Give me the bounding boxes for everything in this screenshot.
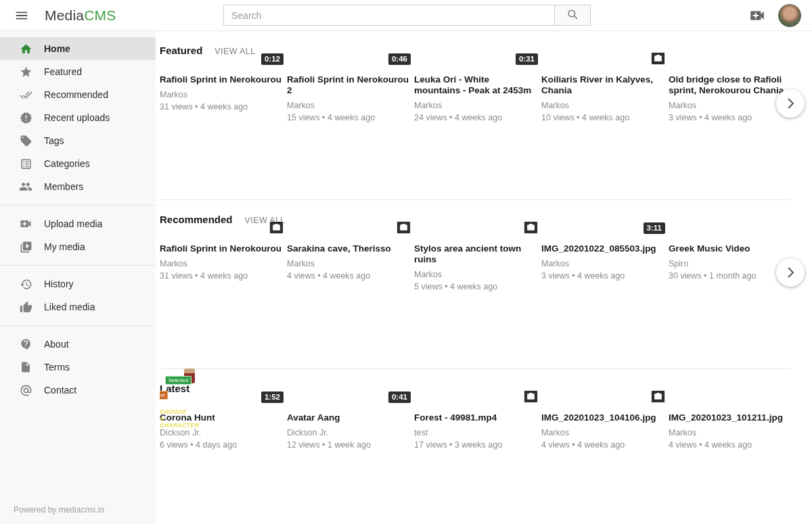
media-card[interactable]: Sarakina cave, TherissoMarkos4 views • 4… (287, 237, 409, 363)
sidebar-item-recommended[interactable]: Recommended (0, 83, 156, 106)
topbar: MediaCMS (0, 0, 812, 31)
media-author[interactable]: Markos (287, 100, 409, 111)
chevron-right-icon (782, 264, 798, 281)
sidebar-item-about[interactable]: About (0, 333, 156, 356)
media-title[interactable]: Rafioli Sprint in Nerokourou (160, 74, 282, 85)
media-views-date: 5 views • 4 weeks ago (414, 281, 537, 292)
media-card[interactable]: 0:19Rafioli Sprint in NerokourouMarkos31… (160, 237, 282, 363)
sidebar: HomeFeaturedRecommendedRecent uploadsTag… (0, 31, 156, 524)
media-card[interactable]: IMG_20201023_101211.jpgMarkos4 views • 4… (669, 406, 791, 524)
logo[interactable]: MediaCMS (45, 7, 116, 24)
media-card[interactable]: 0:31Koiliaris River in Kalyves, ChaniaMa… (541, 68, 664, 194)
media-views-date: 3 views • 4 weeks ago (669, 112, 791, 123)
video-call-icon (19, 217, 32, 231)
avatar[interactable] (778, 4, 801, 27)
media-author[interactable]: Markos (669, 427, 791, 438)
search-input[interactable] (223, 5, 555, 26)
sidebar-item-my-media[interactable]: My media (0, 235, 156, 258)
media-author[interactable]: Markos (541, 100, 664, 111)
media-author[interactable]: Dickson Jr. (287, 427, 409, 438)
media-views-date: 31 views • 4 weeks ago (160, 101, 282, 112)
view-all-link[interactable]: VIEW ALL (215, 47, 255, 56)
main-content: FeaturedVIEW ALL0:19Rafioli Sprint in Ne… (160, 31, 812, 524)
media-title[interactable]: Rafioli Sprint in Nerokourou (160, 243, 282, 254)
upload-media-icon[interactable] (747, 5, 767, 26)
section-latest: LatestCHOOSE A CHARACTERSelectedNextSele… (160, 383, 812, 524)
media-title[interactable]: Sarakina cave, Therisso (287, 243, 409, 254)
thumb-up-icon (19, 300, 32, 314)
document-icon (19, 360, 32, 374)
sidebar-item-liked-media[interactable]: Liked media (0, 295, 156, 318)
media-title[interactable]: Avatar Aang (287, 412, 409, 423)
sidebar-item-label: My media (44, 241, 85, 252)
media-card[interactable]: 0:41Forest - 49981.mp4test17 views • 3 w… (414, 406, 537, 524)
sidebar-item-label: Home (44, 43, 70, 54)
media-card[interactable]: Stylos area ancient town ruinsMarkos5 vi… (414, 237, 537, 363)
media-card[interactable]: 0:12Rafioli Sprint in Nerokourou 2Markos… (287, 68, 409, 194)
media-card[interactable]: IMG_20201022_085503.jpgMarkos3 views • 4… (541, 237, 664, 363)
section-divider (160, 368, 791, 369)
media-author[interactable]: Spiro (669, 258, 791, 269)
media-title[interactable]: Rafioli Sprint in Nerokourou 2 (287, 74, 409, 96)
media-title[interactable]: IMG_20201023_104106.jpg (541, 412, 664, 423)
media-author[interactable]: Markos (541, 258, 664, 269)
media-title[interactable]: Forest - 49981.mp4 (414, 412, 537, 423)
media-title[interactable]: Old bridge close to Rafioli sprint, Nero… (669, 74, 791, 96)
media-author[interactable]: Markos (160, 89, 282, 100)
sidebar-item-recent-uploads[interactable]: Recent uploads (0, 106, 156, 129)
media-author[interactable]: Markos (160, 258, 282, 269)
menu-icon[interactable] (12, 6, 31, 25)
media-title[interactable]: Greek Music Video (669, 243, 791, 254)
sidebar-item-history[interactable]: History (0, 272, 156, 295)
sidebar-divider (0, 265, 156, 266)
sidebar-item-label: Categories (44, 158, 90, 169)
sidebar-item-terms[interactable]: Terms (0, 356, 156, 379)
media-card[interactable]: Old bridge close to Rafioli sprint, Nero… (669, 68, 791, 194)
media-views-date: 30 views • 1 month ago (669, 270, 791, 281)
media-card[interactable]: CHOOSE A CHARACTERSelectedNextSelect1:36… (160, 406, 282, 524)
help-icon (19, 337, 32, 351)
card-row: CHOOSE A CHARACTERSelectedNextSelect1:36… (160, 406, 791, 524)
history-icon (19, 277, 32, 291)
media-author[interactable]: Markos (287, 258, 409, 269)
sidebar-item-home[interactable]: Home (0, 37, 156, 60)
media-author[interactable]: Markos (414, 269, 537, 280)
sidebar-item-categories[interactable]: Categories (0, 152, 156, 175)
search-button[interactable] (554, 5, 591, 26)
members-icon (19, 180, 32, 193)
media-title[interactable]: Leuka Ori - White mountains - Peak at 24… (414, 74, 537, 96)
media-title[interactable]: Stylos area ancient town ruins (414, 243, 537, 265)
media-views-date: 3 views • 4 weeks ago (541, 270, 664, 281)
sidebar-item-featured[interactable]: Featured (0, 60, 156, 83)
media-card[interactable]: IMG_20201023_104106.jpgMarkos4 views • 4… (541, 406, 664, 524)
sidebar-item-label: Liked media (44, 302, 95, 312)
media-title[interactable]: IMG_20201022_085503.jpg (541, 243, 664, 254)
media-title[interactable]: Koiliaris River in Kalyves, Chania (541, 74, 664, 96)
categories-icon (19, 157, 32, 170)
media-author[interactable]: Markos (669, 100, 791, 111)
sidebar-divider (0, 205, 156, 206)
media-author[interactable]: Markos (541, 427, 664, 438)
sidebar-item-contact[interactable]: Contact (0, 379, 156, 402)
media-card[interactable]: 0:19Rafioli Sprint in NerokourouMarkos31… (160, 68, 282, 194)
media-card[interactable]: 0:46Leuka Ori - White mountains - Peak a… (414, 68, 537, 194)
carousel-next-button[interactable] (776, 89, 805, 118)
media-title[interactable]: IMG_20201023_101211.jpg (669, 412, 791, 423)
sidebar-item-tags[interactable]: Tags (0, 129, 156, 152)
section-header: FeaturedVIEW ALL (160, 45, 812, 58)
card-row: 0:19Rafioli Sprint in NerokourouMarkos31… (160, 68, 791, 194)
media-author[interactable]: test (414, 427, 537, 438)
media-author[interactable]: Markos (414, 100, 537, 111)
sidebar-item-label: Featured (44, 66, 82, 77)
media-views-date: 31 views • 4 weeks ago (160, 270, 282, 281)
carousel-next-button[interactable] (776, 258, 805, 287)
search-icon (566, 8, 579, 23)
media-author[interactable]: Dickson Jr. (160, 427, 282, 438)
media-views-date: 17 views • 3 weeks ago (414, 439, 537, 450)
sidebar-item-upload-media[interactable]: Upload media (0, 212, 156, 235)
media-card[interactable]: 1:52Avatar AangDickson Jr.12 views • 1 w… (287, 406, 409, 524)
media-card[interactable]: 3:11Greek Music VideoSpiro30 views • 1 m… (669, 237, 791, 363)
star-icon (19, 65, 32, 78)
sidebar-item-members[interactable]: Members (0, 175, 156, 198)
sidebar-item-label: Terms (44, 362, 70, 373)
